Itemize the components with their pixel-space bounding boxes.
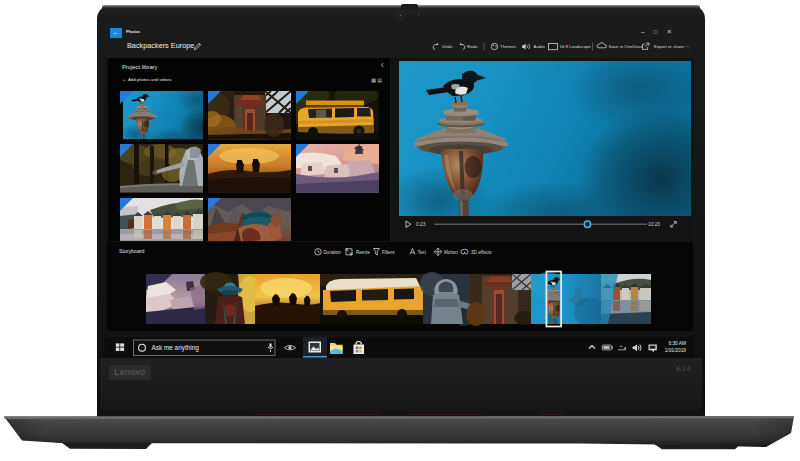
svg-text:Text: Text — [418, 250, 427, 255]
svg-text:⋯: ⋯ — [685, 44, 689, 49]
svg-text:10:23: 10:23 — [648, 222, 660, 227]
svg-text:6:30 AM: 6:30 AM — [668, 341, 686, 346]
svg-text:Redo: Redo — [467, 44, 478, 49]
svg-text:Save in OneDrive: Save in OneDrive — [609, 44, 644, 49]
svg-text:Export or share: Export or share — [654, 44, 685, 49]
svg-text:Duration: Duration — [324, 250, 342, 255]
svg-text:Filters: Filters — [382, 250, 395, 255]
svg-text:Audio: Audio — [534, 44, 546, 49]
svg-text:Undo: Undo — [442, 44, 453, 49]
svg-text:Resize: Resize — [356, 250, 370, 255]
svg-text:0:23: 0:23 — [416, 222, 426, 227]
svg-text:16:9 Landscape: 16:9 Landscape — [560, 44, 592, 49]
svg-text:Motion: Motion — [444, 250, 458, 255]
svg-text:3D effects: 3D effects — [471, 250, 492, 255]
svg-text:Ask me anything: Ask me anything — [152, 344, 200, 352]
svg-text:1/01/2019: 1/01/2019 — [665, 348, 687, 353]
svg-text:Themes: Themes — [500, 44, 517, 49]
